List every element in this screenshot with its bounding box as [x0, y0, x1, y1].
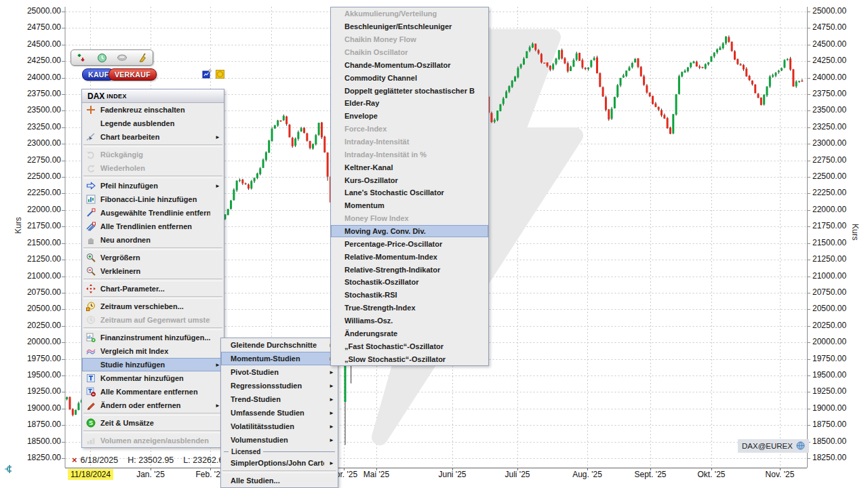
y-axis-label: 21500.00 — [3, 238, 61, 247]
momentum-menu-item-label: Chaikin Money Flow — [344, 35, 475, 43]
chart-anchor-icon[interactable] — [4, 464, 14, 477]
context-menu-item[interactable]: Fibonacci-Linie hinzufügen — [82, 192, 224, 206]
y-axis-label: 21500.00 — [812, 238, 846, 247]
undo-icon — [85, 150, 97, 159]
momentum-menu-item[interactable]: Chaikin Money Flow — [331, 33, 488, 46]
momentum-menu-item[interactable]: Force-Index — [331, 123, 488, 136]
context-menu-item[interactable]: Verkleinern — [82, 264, 224, 278]
momentum-menu-item[interactable]: Relative-Strength-Indikator — [331, 263, 488, 276]
x-axis-month-label: Okt. '25 — [698, 470, 726, 479]
momentum-menu-item[interactable]: Envelope — [331, 110, 488, 123]
context-menu-item[interactable]: Fadenkreuz einschalten — [82, 103, 224, 117]
context-menu-item[interactable]: Neu anordnen — [82, 233, 224, 247]
context-menu-item[interactable]: Finanzinstrument hinzufügen... — [82, 331, 224, 344]
y-axis-label: 22000.00 — [812, 205, 846, 214]
momentum-menu-item[interactable]: Commodity Channel — [331, 71, 488, 84]
close-marker-icon[interactable]: × — [72, 455, 77, 465]
context-menu-item[interactable]: Alle Trendlinien entfernen — [82, 220, 224, 233]
momentum-menu-item[interactable]: Doppelt geglätteter stochastischer Bress… — [331, 84, 488, 97]
context-menu-item-label: Zeitraum verschieben... — [100, 302, 210, 310]
globe-icon[interactable] — [796, 441, 805, 451]
momentum-menu-item-label: „Fast Stochastic“-Oszillator — [344, 342, 475, 350]
momentum-menu-item[interactable]: Beschleuniger/Entschleuniger — [331, 20, 488, 33]
momentum-menu-item[interactable]: „Slow Stochastic“-Oszillator — [331, 352, 488, 365]
context-menu-item[interactable]: Chart-Parameter... — [82, 282, 224, 296]
context-menu-item[interactable]: Legende ausblenden — [82, 117, 224, 130]
momentum-menu-item[interactable]: Percentage-Price-Oscillator — [331, 237, 488, 250]
y-axis-label: 20000.00 — [812, 337, 846, 346]
context-menu-item[interactable]: Zeitraum verschieben... — [82, 300, 224, 313]
momentum-menu-item[interactable]: Kurs-Oszillator — [331, 174, 488, 186]
momentum-menu-item[interactable]: Chaikin Oscillator — [331, 46, 488, 59]
y-axis-label: 24000.00 — [812, 73, 846, 82]
context-menu-item[interactable]: Chart bearbeiten► — [82, 130, 224, 144]
context-menu-item[interactable]: Studie hinzufügen► — [82, 358, 224, 371]
context-menu-item[interactable]: Kommentar hinzufügen — [82, 371, 224, 385]
context-menu-item[interactable]: Rückgängig — [82, 148, 224, 161]
momentum-menu-item[interactable]: Chande-Momentum-Oszillator — [331, 58, 488, 71]
studies-menu-item[interactable]: Umfassende Studien► — [221, 406, 338, 420]
studies-submenu: Gleitende Durchschnitte►Momentum-Studien… — [220, 338, 338, 488]
momentum-menu-item-label: Force-Index — [344, 125, 475, 133]
momentum-menu-item[interactable]: Akkumulierung/Verteilung — [331, 7, 488, 20]
y-axis-label: 25000.00 — [812, 6, 846, 16]
studies-menu-item[interactable]: Gleitende Durchschnitte► — [221, 338, 338, 352]
studies-menu-item[interactable]: Volumenstudien► — [221, 433, 338, 447]
context-menu-header: DAX INDEX — [82, 89, 224, 103]
studies-menu-item[interactable]: Volatilitätsstudien► — [221, 420, 338, 433]
menu-separator — [83, 279, 222, 281]
studies-menu-item[interactable]: Trend-Studien► — [221, 392, 338, 406]
context-menu-subtitle: INDEX — [106, 93, 127, 100]
context-menu-item[interactable]: Ändern oder entfernen► — [82, 399, 224, 412]
context-menu-item[interactable]: Volumen anzeigen/ausblenden — [82, 434, 224, 447]
coin-icon[interactable] — [117, 53, 127, 62]
context-menu-item[interactable]: Zeitraum auf Gegenwart umstellen — [82, 313, 224, 327]
y-axis-label: 18500.00 — [3, 436, 61, 446]
momentum-menu-item-label: Williams-Osz. — [344, 317, 475, 325]
context-menu-item-label: Ausgewählte Trendlinie entfernen — [100, 209, 210, 217]
clock-green-icon[interactable] — [97, 53, 107, 63]
momentum-menu-item[interactable]: Momentum — [331, 199, 488, 212]
momentum-menu-item[interactable]: Elder-Ray — [331, 97, 488, 110]
momentum-menu-item[interactable]: Stochastik-Oszillator — [331, 276, 488, 289]
updown-arrows-icon[interactable] — [76, 52, 87, 63]
chart-blue-icon[interactable] — [202, 69, 212, 81]
context-menu-item[interactable]: Vergrößern — [82, 251, 224, 264]
chart-parameters-icon — [85, 284, 97, 293]
context-menu-item-label: Ändern oder entfernen — [100, 401, 210, 409]
context-menu-item[interactable]: Wiederholen — [82, 161, 224, 175]
context-menu-item[interactable]: Pfeil hinzufügen► — [82, 179, 224, 192]
studies-menu-item[interactable]: Pivot-Studien► — [221, 365, 338, 379]
studies-menu-item[interactable]: Regressionsstudien► — [221, 379, 338, 392]
y-axis-label: 20750.00 — [3, 287, 61, 297]
context-menu-item[interactable]: SZeit & Umsätze — [82, 416, 224, 430]
momentum-menu-item[interactable]: Moving Avg. Conv. Div. — [331, 225, 488, 238]
momentum-menu-item[interactable]: Lane's Stochastic Oscillator — [331, 186, 488, 199]
menu-item-alle-studien[interactable]: Alle Studien... — [221, 474, 338, 487]
menu-separator — [83, 430, 222, 433]
remove-trendline-icon — [85, 208, 97, 218]
context-menu-item[interactable]: Alle Kommentare entfernen — [82, 385, 224, 399]
y-axis-label: 24000.00 — [3, 73, 61, 82]
momentum-menu-item[interactable]: Intraday-Intensität — [331, 136, 488, 148]
studies-menu-item[interactable]: Momentum-Studien► — [221, 352, 338, 365]
momentum-menu-item[interactable]: „Fast Stochastic“-Oszillator — [331, 340, 488, 352]
studies-menu-item-label: Pivot-Studien — [231, 368, 324, 376]
momentum-menu-item[interactable]: Änderungsrate — [331, 327, 488, 340]
context-menu-item[interactable]: Ausgewählte Trendlinie entfernen — [82, 206, 224, 220]
momentum-menu-item[interactable]: Relative-Momentum-Index — [331, 250, 488, 263]
momentum-menu-item[interactable]: True-Strength-Index — [331, 302, 488, 314]
momentum-menu-item[interactable]: Stochastik-RSI — [331, 289, 488, 302]
submenu-arrow-icon: ► — [328, 437, 334, 443]
studies-menu-item[interactable]: SimplerOptions/John Carter► — [221, 456, 338, 470]
momentum-menu-item[interactable]: Keltner-Kanal — [331, 161, 488, 174]
momentum-menu-item-label: Änderungsrate — [344, 329, 475, 338]
momentum-menu-item[interactable]: Intraday-Intensität in % — [331, 148, 488, 161]
context-menu-item[interactable]: Vergleich mit Index — [82, 344, 224, 358]
brush-icon[interactable] — [138, 53, 148, 63]
sell-button[interactable]: VERKAUF — [108, 68, 157, 81]
momentum-menu-item[interactable]: Williams-Osz. — [331, 314, 488, 327]
momentum-menu-item[interactable]: Money Flow Index — [331, 212, 488, 225]
coin-yellow-icon[interactable] — [216, 69, 224, 81]
charting-app-window: 25000.0024750.0024500.0024250.0024000.00… — [0, 0, 868, 488]
